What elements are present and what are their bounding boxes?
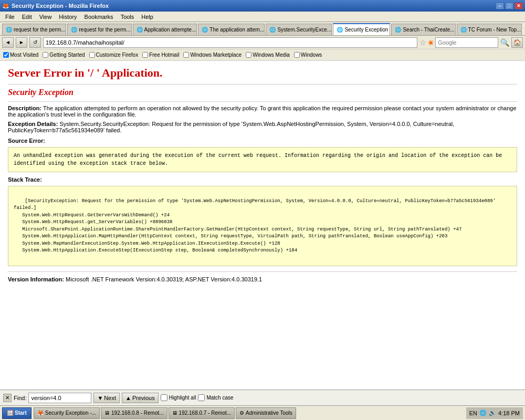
tab-7[interactable]: 🌐 TC Forum - New Top... ✕ — [457, 24, 522, 35]
taskbar-item-3[interactable]: ⚙ Administrative Tools — [236, 407, 296, 419]
window-title: Security Exception - Mozilla Firefox — [12, 3, 109, 9]
highlight-all-checkbox[interactable] — [161, 394, 167, 401]
tab-icon-2: 🌐 — [136, 27, 143, 33]
find-input[interactable] — [28, 393, 91, 403]
bookmark-label-3: Free Hotmail — [149, 52, 179, 58]
tab-bar: 🌐 request for the perm... ✕ 🌐 request fo… — [0, 22, 525, 36]
version-info-text: Microsoft .NET Framework Version:4.0.303… — [66, 276, 262, 282]
tab-2[interactable]: 🌐 Application attempte... ✕ — [133, 24, 197, 35]
taskbar-label-2: 192.168.0.7 - Remot... — [179, 410, 232, 416]
tab-icon-5: 🌐 — [337, 27, 343, 33]
tab-label-4: System.SecurityExce... — [277, 27, 331, 33]
forward-button[interactable]: ► — [16, 37, 27, 48]
find-previous-button[interactable]: ▲ Previous — [122, 393, 159, 403]
tab-6[interactable]: 🌐 Search - ThaiCreate... ✕ — [391, 24, 455, 35]
description-text: The application attempted to perform an … — [8, 105, 517, 118]
menu-view[interactable]: View — [36, 13, 55, 20]
menu-tools[interactable]: Tools — [118, 13, 138, 20]
bookmark-checkbox-5[interactable] — [246, 52, 251, 58]
taskbar-icon-0: 🦊 — [37, 410, 44, 416]
menu-history[interactable]: History — [56, 13, 80, 20]
tab-icon-0: 🌐 — [6, 27, 12, 33]
bookmark-customize[interactable]: Customize Firefox — [89, 52, 139, 58]
tab-label-3: The application attem... — [209, 27, 264, 33]
minimize-button[interactable]: – — [496, 2, 504, 9]
title-bar: 🦊 Security Exception - Mozilla Firefox –… — [0, 0, 525, 12]
taskbar-items: 🦊 Security Exception -... 🖥 192.168.0.8 … — [34, 407, 296, 419]
back-button[interactable]: ◄ — [2, 37, 14, 48]
url-input[interactable] — [43, 37, 417, 48]
search-icon[interactable]: 🔍 — [500, 38, 509, 47]
tab-5[interactable]: 🌐 Security Exception ✕ — [333, 23, 390, 35]
page-content: Server Error in '/ ' Application. Securi… — [0, 61, 525, 390]
stack-trace-text: [SecurityException: Request for the perm… — [14, 198, 499, 254]
source-error-label: Source Error: — [8, 138, 517, 144]
exception-details-text: System.Security.SecurityException: Reque… — [8, 121, 454, 133]
find-close-button[interactable]: ✕ — [3, 394, 12, 402]
tab-label-7: TC Forum - New Top... — [468, 27, 521, 33]
tab-icon-6: 🌐 — [395, 27, 401, 33]
volume-icon: 🔊 — [489, 410, 496, 416]
taskbar-item-0[interactable]: 🦊 Security Exception -... — [34, 407, 100, 419]
highlight-all-check[interactable]: Highlight all — [161, 394, 196, 401]
refresh-button[interactable]: ↺ — [29, 37, 41, 48]
taskbar-label-0: Security Exception -... — [45, 410, 96, 416]
version-info: Version Information: Microsoft .NET Fram… — [8, 276, 517, 282]
star-icon[interactable]: ☆ — [419, 38, 426, 47]
bookmark-checkbox-4[interactable] — [183, 52, 189, 58]
taskbar-item-2[interactable]: 🖥 192.168.0.7 - Remot... — [169, 407, 235, 419]
bookmark-marketplace[interactable]: Windows Marketplace — [183, 52, 242, 58]
stack-trace-box: [SecurityException: Request for the perm… — [8, 186, 517, 266]
bookmark-most-visited[interactable]: Most Visited — [3, 52, 38, 58]
close-button[interactable]: ✕ — [514, 2, 523, 9]
exception-details-label: Exception Details: — [8, 121, 58, 127]
bookmark-checkbox-6[interactable] — [294, 52, 300, 58]
menu-edit[interactable]: Edit — [19, 13, 35, 20]
description-label: Description: — [8, 105, 41, 111]
bookmark-checkbox-0[interactable] — [3, 52, 9, 58]
match-case-checkbox[interactable] — [198, 394, 205, 401]
bookmark-checkbox-2[interactable] — [89, 52, 95, 58]
bookmark-media[interactable]: Windows Media — [246, 52, 290, 58]
menu-bookmarks[interactable]: Bookmarks — [81, 13, 117, 20]
bookmark-windows[interactable]: Windows — [294, 52, 322, 58]
description-paragraph: Description: The application attempted t… — [8, 105, 517, 118]
bookmark-checkbox-3[interactable] — [142, 52, 148, 58]
maximize-button[interactable]: □ — [505, 2, 513, 9]
tab-label-5: Security Exception — [344, 27, 388, 33]
tab-3[interactable]: 🌐 The application attem... ✕ — [198, 24, 265, 35]
title-bar-controls: – □ ✕ — [496, 2, 523, 9]
tab-icon-7: 🌐 — [460, 27, 467, 33]
tab-4[interactable]: 🌐 System.SecurityExce... ✕ — [266, 24, 332, 35]
taskbar-icon-2: 🖥 — [172, 410, 177, 416]
menu-bar: File Edit View History Bookmarks Tools H… — [0, 12, 525, 22]
tab-1[interactable]: 🌐 request for the perm... ✕ — [67, 24, 131, 35]
match-case-label: Match case — [206, 395, 233, 401]
exception-title: Security Exception — [8, 88, 517, 97]
home-button[interactable]: 🏠 — [511, 37, 523, 48]
firefox-icon: 🦊 — [2, 3, 9, 9]
bookmark-label-1: Getting Started — [49, 52, 85, 58]
tab-label-1: request for the perm... — [79, 27, 130, 33]
tab-label-6: Search - ThaiCreate... — [403, 27, 454, 33]
taskbar-label-1: 192.168.0.8 - Remot... — [111, 410, 164, 416]
bookmark-hotmail[interactable]: Free Hotmail — [142, 52, 179, 58]
bookmark-checkbox-1[interactable] — [43, 52, 48, 58]
find-next-button[interactable]: ▼ Next — [93, 393, 120, 403]
bookmark-getting-started[interactable]: Getting Started — [43, 52, 85, 58]
taskbar-item-1[interactable]: 🖥 192.168.0.8 - Remot... — [101, 407, 167, 419]
address-bar: ◄ ► ↺ ☆ ▣ 🔍 🏠 — [0, 36, 525, 49]
start-button[interactable]: 🪟 Start — [2, 407, 32, 419]
search-input[interactable] — [435, 37, 498, 48]
source-error-text: An unhandled exception was generated dur… — [14, 153, 502, 166]
taskbar-icon-3: ⚙ — [239, 410, 244, 416]
title-bar-left: 🦊 Security Exception - Mozilla Firefox — [2, 3, 109, 9]
match-case-check[interactable]: Match case — [198, 394, 233, 401]
windows-icon: 🪟 — [7, 410, 13, 416]
start-label: Start — [15, 410, 27, 416]
tab-0[interactable]: 🌐 request for the perm... ✕ — [2, 24, 66, 35]
menu-help[interactable]: Help — [138, 13, 156, 20]
taskbar-icon-1: 🖥 — [104, 410, 110, 416]
menu-file[interactable]: File — [2, 13, 18, 20]
rss-icon: ▣ — [428, 39, 433, 45]
